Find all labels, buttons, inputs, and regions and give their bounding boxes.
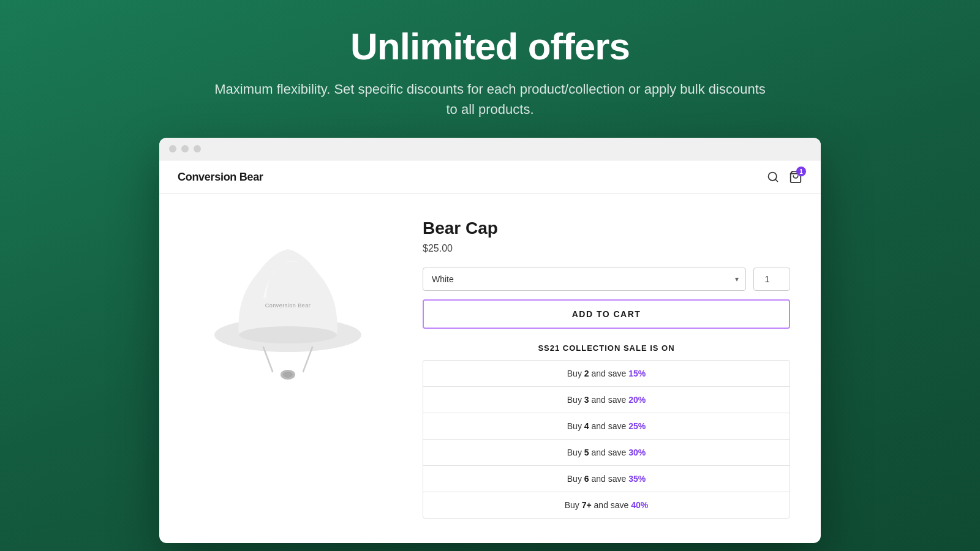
store-logo: Conversion Bear	[178, 171, 263, 184]
hero-subtitle: Maximum flexibility. Set specific discou…	[214, 79, 766, 119]
svg-line-1	[775, 179, 778, 182]
product-area: Conversion Bear Bear Cap $25.00 White Bl…	[159, 194, 821, 543]
discount-pct: 15%	[628, 369, 646, 378]
discount-qty: 6	[584, 474, 589, 484]
browser-dot-green	[194, 145, 201, 152]
product-image-container: Conversion Bear	[190, 219, 386, 390]
discount-qty: 7+	[582, 500, 592, 510]
variant-select-wrapper: White Black Gray ▾	[423, 268, 746, 291]
cart-badge: 1	[796, 167, 806, 176]
discount-table: Buy 2 and save 15%Buy 3 and save 20%Buy …	[423, 360, 790, 519]
discount-qty: 3	[584, 395, 589, 405]
hero-title: Unlimited offers	[214, 24, 766, 68]
discount-row: Buy 6 and save 35%	[423, 466, 790, 492]
discount-qty: 5	[584, 448, 589, 457]
discount-row: Buy 5 and save 30%	[423, 440, 790, 466]
discount-row: Buy 7+ and save 40%	[423, 492, 790, 518]
discount-pct: 35%	[628, 474, 646, 484]
cart-button[interactable]: 1	[789, 170, 802, 184]
discount-row: Buy 4 and save 25%	[423, 413, 790, 440]
sale-section-title: SS21 COLLECTION SALE IS ON	[423, 343, 790, 353]
browser-titlebar	[159, 138, 821, 160]
nav-icons: 1	[767, 170, 802, 184]
svg-point-4	[239, 326, 337, 343]
product-name: Bear Cap	[423, 219, 790, 238]
svg-text:Conversion Bear: Conversion Bear	[265, 302, 311, 309]
discount-pct: 30%	[628, 448, 646, 457]
discount-pct: 25%	[628, 421, 646, 431]
discount-qty: 4	[584, 421, 589, 431]
browser-window: Conversion Bear 1	[159, 138, 821, 543]
browser-dot-red	[169, 145, 176, 152]
variant-select[interactable]: White Black Gray	[423, 268, 746, 291]
discount-pct: 40%	[631, 500, 648, 510]
search-icon	[767, 171, 779, 183]
product-price: $25.00	[423, 243, 790, 254]
search-button[interactable]	[767, 171, 779, 183]
store-navbar: Conversion Bear 1	[159, 160, 821, 194]
discount-pct: 20%	[628, 395, 646, 405]
discount-row: Buy 3 and save 20%	[423, 387, 790, 413]
svg-point-9	[283, 372, 293, 378]
discount-qty: 2	[584, 369, 589, 378]
discount-row: Buy 2 and save 15%	[423, 361, 790, 387]
hero-section: Unlimited offers Maximum flexibility. Se…	[202, 0, 778, 138]
add-to-cart-button[interactable]: ADD TO CART	[423, 299, 790, 329]
sale-section: SS21 COLLECTION SALE IS ON Buy 2 and sav…	[423, 343, 790, 519]
browser-dot-yellow	[181, 145, 189, 152]
variant-row: White Black Gray ▾	[423, 268, 790, 291]
product-details: Bear Cap $25.00 White Black Gray ▾ ADD T…	[423, 219, 790, 519]
quantity-input[interactable]	[753, 268, 790, 291]
product-image: Conversion Bear	[202, 219, 374, 390]
